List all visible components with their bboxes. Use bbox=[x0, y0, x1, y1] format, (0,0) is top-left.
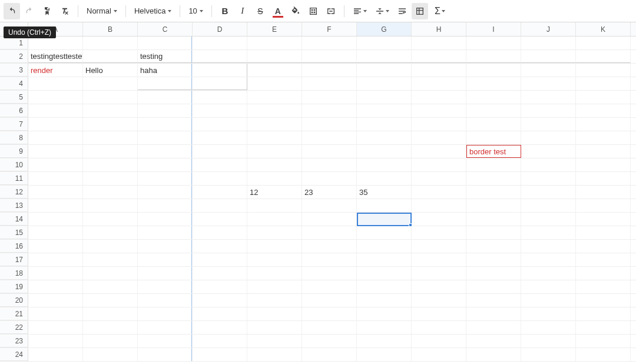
cell-J16[interactable] bbox=[521, 240, 576, 253]
cell-H10[interactable] bbox=[412, 158, 466, 171]
cell-I15[interactable] bbox=[466, 226, 521, 239]
cell-D19[interactable] bbox=[193, 280, 247, 293]
cell-G12[interactable]: 35 bbox=[357, 186, 412, 198]
cell-A19[interactable] bbox=[28, 280, 83, 293]
cell-G16[interactable] bbox=[357, 240, 412, 253]
cell-H12[interactable] bbox=[412, 186, 466, 198]
cell-B21[interactable] bbox=[83, 307, 138, 320]
cell-A10[interactable] bbox=[28, 158, 83, 171]
cell-I3[interactable] bbox=[466, 64, 521, 77]
paint-format-button[interactable] bbox=[39, 3, 55, 19]
column-header-J[interactable]: J bbox=[521, 22, 576, 36]
strikethrough-button[interactable]: S bbox=[252, 3, 269, 19]
cell-D3[interactable] bbox=[193, 64, 247, 77]
row-header-1[interactable]: 1 bbox=[0, 37, 28, 49]
column-header-K[interactable]: K bbox=[576, 22, 631, 36]
row-header-20[interactable]: 20 bbox=[0, 294, 28, 307]
cell-B11[interactable] bbox=[83, 172, 138, 185]
cell-D7[interactable] bbox=[193, 118, 247, 131]
cell-H22[interactable] bbox=[412, 321, 466, 334]
cell-F11[interactable] bbox=[302, 172, 357, 185]
cell-K21[interactable] bbox=[576, 307, 631, 320]
cell-K23[interactable] bbox=[576, 335, 631, 348]
cell-F7[interactable] bbox=[302, 118, 357, 131]
cell-E12[interactable]: 12 bbox=[247, 186, 302, 198]
cell-I7[interactable] bbox=[466, 118, 521, 131]
row-header-7[interactable]: 7 bbox=[0, 118, 28, 131]
cell-H17[interactable] bbox=[412, 253, 466, 266]
cell-C2[interactable]: testing bbox=[138, 50, 193, 63]
cell-H24[interactable] bbox=[412, 348, 466, 361]
cell-D12[interactable] bbox=[193, 186, 247, 198]
cell-B5[interactable] bbox=[83, 91, 138, 104]
cell-D16[interactable] bbox=[193, 240, 247, 253]
row-header-10[interactable]: 10 bbox=[0, 158, 28, 171]
cell-E17[interactable] bbox=[247, 253, 302, 266]
cell-D11[interactable] bbox=[193, 172, 247, 185]
cell-G10[interactable] bbox=[357, 158, 412, 171]
cell-B7[interactable] bbox=[83, 118, 138, 131]
cell-I24[interactable] bbox=[466, 348, 521, 361]
cell-B1[interactable] bbox=[83, 37, 138, 49]
cell-A5[interactable] bbox=[28, 91, 83, 104]
cell-G21[interactable] bbox=[357, 307, 412, 320]
cell-E22[interactable] bbox=[247, 321, 302, 334]
cell-C19[interactable] bbox=[138, 280, 193, 293]
row-header-9[interactable]: 9 bbox=[0, 145, 28, 158]
cell-D2[interactable] bbox=[193, 50, 247, 63]
cell-F18[interactable] bbox=[302, 267, 357, 280]
cell-C6[interactable] bbox=[138, 104, 193, 117]
row-header-5[interactable]: 5 bbox=[0, 91, 28, 104]
cell-I16[interactable] bbox=[466, 240, 521, 253]
cell-E2[interactable] bbox=[247, 50, 302, 63]
cell-E10[interactable] bbox=[247, 158, 302, 171]
cell-E6[interactable] bbox=[247, 104, 302, 117]
cell-H11[interactable] bbox=[412, 172, 466, 185]
cell-E16[interactable] bbox=[247, 240, 302, 253]
column-header-G[interactable]: G bbox=[357, 22, 412, 36]
freeze-button[interactable] bbox=[412, 3, 428, 19]
cell-C1[interactable] bbox=[138, 37, 193, 49]
cell-F2[interactable] bbox=[302, 50, 357, 63]
cell-H2[interactable] bbox=[412, 50, 466, 63]
cell-F6[interactable] bbox=[302, 104, 357, 117]
italic-button[interactable]: I bbox=[234, 3, 251, 19]
cell-I21[interactable] bbox=[466, 307, 521, 320]
cell-A13[interactable] bbox=[28, 199, 83, 212]
cell-H14[interactable] bbox=[412, 213, 466, 226]
cell-E5[interactable] bbox=[247, 91, 302, 104]
cell-B16[interactable] bbox=[83, 240, 138, 253]
cell-I6[interactable] bbox=[466, 104, 521, 117]
cell-G22[interactable] bbox=[357, 321, 412, 334]
cell-F16[interactable] bbox=[302, 240, 357, 253]
cell-G5[interactable] bbox=[357, 91, 412, 104]
cell-A2[interactable]: testingtesttestets bbox=[28, 50, 83, 63]
cell-J6[interactable] bbox=[521, 104, 576, 117]
cell-B23[interactable] bbox=[83, 335, 138, 348]
cell-D9[interactable] bbox=[193, 145, 247, 158]
cell-A18[interactable] bbox=[28, 267, 83, 280]
cell-J12[interactable] bbox=[521, 186, 576, 198]
cell-B6[interactable] bbox=[83, 104, 138, 117]
cell-D22[interactable] bbox=[193, 321, 247, 334]
cell-G18[interactable] bbox=[357, 267, 412, 280]
cell-B10[interactable] bbox=[83, 158, 138, 171]
cell-F3[interactable] bbox=[302, 64, 357, 77]
cell-H19[interactable] bbox=[412, 280, 466, 293]
cell-C13[interactable] bbox=[138, 199, 193, 212]
cell-F10[interactable] bbox=[302, 158, 357, 171]
cell-A15[interactable] bbox=[28, 226, 83, 239]
cell-B15[interactable] bbox=[83, 226, 138, 239]
cell-C12[interactable] bbox=[138, 186, 193, 198]
cell-C7[interactable] bbox=[138, 118, 193, 131]
cell-C8[interactable] bbox=[138, 131, 193, 144]
cell-A4[interactable] bbox=[28, 77, 83, 90]
cell-I12[interactable] bbox=[466, 186, 521, 198]
column-header-D[interactable]: D bbox=[193, 22, 247, 36]
cell-E19[interactable] bbox=[247, 280, 302, 293]
cell-B24[interactable] bbox=[83, 348, 138, 361]
cell-K9[interactable] bbox=[576, 145, 631, 158]
cell-A16[interactable] bbox=[28, 240, 83, 253]
cell-K14[interactable] bbox=[576, 213, 631, 226]
cell-I8[interactable] bbox=[466, 131, 521, 144]
